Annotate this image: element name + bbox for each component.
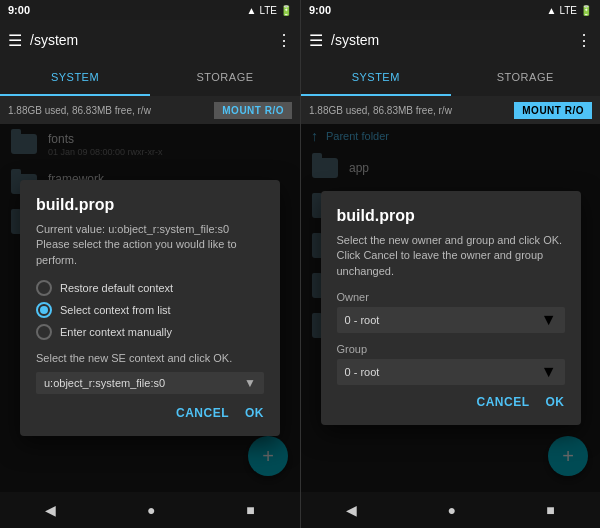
file-list-left: fonts 01 Jan 09 08:00:00 rwxr-xr-x frame… <box>0 124 300 492</box>
storage-bar-right: 1.88GB used, 86.83MB free, r/w MOUNT R/O <box>301 96 600 124</box>
storage-bar-left: 1.88GB used, 86.83MB free, r/w MOUNT R/O <box>0 96 300 124</box>
toolbar-right: ☰ /system ⋮ <box>301 20 600 60</box>
dialog-actions-right: CANCEL OK <box>337 395 565 409</box>
cancel-button-left[interactable]: CANCEL <box>176 406 229 420</box>
lte-label-right: LTE <box>559 5 577 16</box>
group-label: Group <box>337 343 565 355</box>
ok-button-right[interactable]: OK <box>546 395 565 409</box>
dropdown-value-left: u:object_r:system_file:s0 <box>44 377 244 389</box>
more-icon-left[interactable]: ⋮ <box>276 31 292 50</box>
radio-circle-select <box>36 302 52 318</box>
ok-button-left[interactable]: OK <box>245 406 264 420</box>
lte-label-left: LTE <box>259 5 277 16</box>
dialog-text-left: Current value: u:object_r:system_file:s0… <box>36 222 264 268</box>
owner-value: 0 - root <box>345 314 541 326</box>
battery-icon-right: 🔋 <box>580 5 592 16</box>
group-row: Group 0 - root ▼ <box>337 343 565 385</box>
back-button-left[interactable]: ◀ <box>29 498 72 522</box>
time-left: 9:00 <box>8 4 30 16</box>
storage-info-left: 1.88GB used, 86.83MB free, r/w <box>8 105 151 116</box>
radio-label-restore: Restore default context <box>60 282 173 294</box>
status-bar-right: 9:00 ▲ LTE 🔋 <box>301 0 600 20</box>
group-value: 0 - root <box>345 366 541 378</box>
radio-restore[interactable]: Restore default context <box>36 280 264 296</box>
mount-btn-left[interactable]: MOUNT R/O <box>214 102 292 119</box>
context-dropdown[interactable]: u:object_r:system_file:s0 ▼ <box>36 372 264 394</box>
hamburger-icon-right[interactable]: ☰ <box>309 31 323 50</box>
file-list-right: ↑ Parent folder app fake-libs64 01 Jan 0… <box>301 124 600 492</box>
panel-left: 9:00 ▲ LTE 🔋 ☰ /system ⋮ SYSTEM STORAGE … <box>0 0 300 528</box>
recent-button-left[interactable]: ■ <box>230 498 270 522</box>
dialog-title-left: build.prop <box>36 196 264 214</box>
group-dropdown[interactable]: 0 - root ▼ <box>337 359 565 385</box>
recent-button-right[interactable]: ■ <box>530 498 570 522</box>
signal-icon-left: ▲ <box>246 5 256 16</box>
dialog-title-right: build.prop <box>337 207 565 225</box>
nav-bar-left: ◀ ● ■ <box>0 492 300 528</box>
owner-dropdown-arrow: ▼ <box>541 311 557 329</box>
status-bar-left: 9:00 ▲ LTE 🔋 <box>0 0 300 20</box>
time-right: 9:00 <box>309 4 331 16</box>
storage-info-right: 1.88GB used, 86.83MB free, r/w <box>309 105 452 116</box>
context-dialog: build.prop Current value: u:object_r:sys… <box>20 180 280 436</box>
nav-bar-right: ◀ ● ■ <box>301 492 600 528</box>
home-button-right[interactable]: ● <box>432 498 472 522</box>
tabs-left: SYSTEM STORAGE <box>0 60 300 96</box>
hamburger-icon-left[interactable]: ☰ <box>8 31 22 50</box>
radio-enter[interactable]: Enter context manually <box>36 324 264 340</box>
tab-system-left[interactable]: SYSTEM <box>0 60 150 96</box>
toolbar-title-left: /system <box>30 32 268 48</box>
mount-btn-right[interactable]: MOUNT R/O <box>514 102 592 119</box>
tab-storage-left[interactable]: STORAGE <box>150 60 300 96</box>
signal-icon-right: ▲ <box>546 5 556 16</box>
owner-label: Owner <box>337 291 565 303</box>
dropdown-arrow-left: ▼ <box>244 376 256 390</box>
radio-circle-restore <box>36 280 52 296</box>
dialog-sub-text-left: Select the new SE context and click OK. <box>36 352 264 364</box>
more-icon-right[interactable]: ⋮ <box>576 31 592 50</box>
home-button-left[interactable]: ● <box>131 498 171 522</box>
battery-icon-left: 🔋 <box>280 5 292 16</box>
dialog-overlay-left: build.prop Current value: u:object_r:sys… <box>0 124 300 492</box>
group-dropdown-arrow: ▼ <box>541 363 557 381</box>
radio-select[interactable]: Select context from list <box>36 302 264 318</box>
status-icons-left: ▲ LTE 🔋 <box>246 5 292 16</box>
toolbar-left: ☰ /system ⋮ <box>0 20 300 60</box>
toolbar-title-right: /system <box>331 32 568 48</box>
owner-row: Owner 0 - root ▼ <box>337 291 565 333</box>
back-button-right[interactable]: ◀ <box>330 498 373 522</box>
tab-storage-right[interactable]: STORAGE <box>451 60 601 96</box>
owner-dialog: build.prop Select the new owner and grou… <box>321 191 581 425</box>
panel-right: 9:00 ▲ LTE 🔋 ☰ /system ⋮ SYSTEM STORAGE … <box>300 0 600 528</box>
dialog-overlay-right: build.prop Select the new owner and grou… <box>301 124 600 492</box>
dialog-actions-left: CANCEL OK <box>36 406 264 420</box>
cancel-button-right[interactable]: CANCEL <box>477 395 530 409</box>
dialog-text-right: Select the new owner and group and click… <box>337 233 565 279</box>
radio-label-select: Select context from list <box>60 304 171 316</box>
owner-dropdown[interactable]: 0 - root ▼ <box>337 307 565 333</box>
radio-group-left: Restore default context Select context f… <box>36 280 264 340</box>
status-icons-right: ▲ LTE 🔋 <box>546 5 592 16</box>
tabs-right: SYSTEM STORAGE <box>301 60 600 96</box>
radio-label-enter: Enter context manually <box>60 326 172 338</box>
radio-circle-enter <box>36 324 52 340</box>
tab-system-right[interactable]: SYSTEM <box>301 60 451 96</box>
